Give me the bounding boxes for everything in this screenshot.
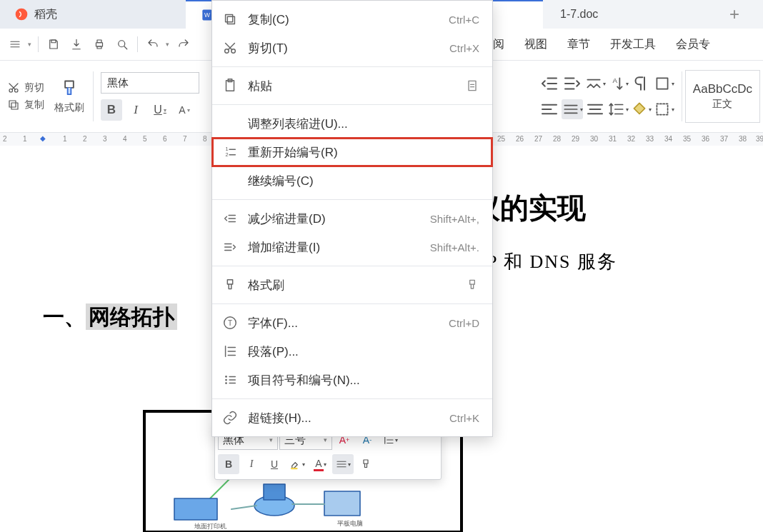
mini-bold[interactable]: B [218, 454, 239, 474]
copy-button[interactable]: 复制 [7, 99, 44, 111]
align-distribute-button[interactable] [584, 99, 606, 119]
svg-line-15 [9, 84, 15, 89]
restart-number-icon: 12 [222, 144, 238, 160]
mini-brush[interactable] [355, 454, 376, 474]
mini-underline[interactable]: U [264, 454, 285, 474]
more-font-button[interactable]: A▾ [174, 99, 195, 121]
ctx-adjust-indent[interactable]: 调整列表缩进(U)... [212, 109, 492, 138]
file-tab-label: 1-7.doc [560, 8, 598, 21]
undo-button[interactable]: ▾ [142, 34, 171, 55]
svg-rect-50 [324, 491, 360, 516]
svg-rect-7 [96, 43, 103, 46]
svg-line-11 [124, 46, 127, 49]
sort-button[interactable]: A▾ [607, 74, 629, 94]
link-icon [222, 410, 238, 426]
ctx-font[interactable]: T 字体(F)... Ctrl+D [212, 308, 492, 337]
redo-button[interactable] [173, 34, 194, 55]
ctx-copy[interactable]: 复制(C) Ctrl+C [212, 5, 492, 34]
indent-marker-icon[interactable]: ◆ [40, 134, 46, 142]
page-border-button[interactable]: ▾ [653, 99, 674, 119]
svg-point-84 [225, 379, 227, 381]
svg-text:T: T [228, 319, 232, 327]
svg-text:平板电脑: 平板电脑 [337, 520, 363, 527]
mini-highlight[interactable]: ▾ [286, 454, 308, 474]
svg-point-10 [119, 41, 125, 47]
svg-point-83 [225, 376, 227, 378]
underline-button[interactable]: U▾ [149, 99, 171, 121]
bold-button[interactable]: B [101, 99, 122, 121]
tab-member[interactable]: 会员专 [676, 37, 710, 52]
ctx-cut[interactable]: 剪切(T) Ctrl+X [212, 34, 492, 62]
align-left-button[interactable] [539, 99, 560, 119]
paragraph-group: ▾ A▾ ▾ ▾ ▾ ▾ ▾ [534, 74, 679, 119]
svg-point-85 [225, 382, 227, 384]
svg-text:A: A [612, 76, 617, 84]
mini-italic[interactable]: I [241, 454, 262, 474]
brush-icon [222, 277, 238, 293]
font-name-select[interactable]: 黑体 [101, 72, 199, 94]
svg-rect-17 [9, 101, 16, 107]
align-justify-button[interactable]: ▾ [562, 99, 583, 119]
svg-rect-8 [97, 40, 101, 43]
svg-rect-46 [174, 498, 217, 520]
shading-button[interactable]: ▾ [630, 99, 652, 119]
menu-dropdown[interactable]: ▾ [4, 34, 34, 55]
svg-line-14 [12, 84, 18, 89]
ctx-decrease-indent[interactable]: 减少缩进量(D) Shift+Alt+, [212, 204, 492, 233]
ctx-continue-numbering[interactable]: 继续编号(C) [212, 166, 492, 195]
cut-button[interactable]: 剪切 [7, 81, 44, 94]
font-group: 黑体 B I U▾ A▾ [96, 72, 204, 121]
cut-icon [222, 40, 238, 56]
increase-indent-icon [222, 239, 238, 255]
svg-rect-18 [65, 81, 74, 88]
ctx-paragraph[interactable]: 段落(P)... [212, 337, 492, 366]
svg-rect-9 [97, 46, 101, 49]
svg-text:2: 2 [226, 151, 229, 158]
ctx-bullets-numbering[interactable]: 项目符号和编号(N)... [212, 366, 492, 394]
ctx-format-brush[interactable]: 格式刷 [212, 271, 492, 299]
style-label: 正文 [712, 98, 732, 111]
mini-font-color[interactable]: A▾ [309, 454, 331, 474]
svg-text:地面打印机: 地面打印机 [194, 523, 226, 530]
svg-rect-42 [657, 104, 667, 114]
new-tab-button[interactable]: + [720, 0, 749, 29]
para-mark-button[interactable] [630, 74, 652, 94]
svg-rect-48 [264, 484, 285, 500]
mini-align[interactable]: ▾ [332, 454, 354, 474]
format-brush-button[interactable]: 格式刷 [49, 79, 90, 114]
border-button[interactable]: ▾ [653, 74, 674, 94]
svg-rect-6 [51, 40, 56, 43]
tab-stops-button[interactable]: ▾ [584, 74, 606, 94]
svg-rect-97 [364, 460, 368, 463]
ribbon-tabs: 审阅 视图 章节 开发工具 会员专 [482, 37, 710, 52]
decrease-indent-icon [222, 211, 238, 226]
ctx-restart-numbering[interactable]: 12 重新开始编号(R) [212, 138, 492, 166]
svg-rect-75 [227, 280, 232, 284]
context-menu: 复制(C) Ctrl+C 剪切(T) Ctrl+X 粘贴 调整列表缩进(U)..… [211, 0, 493, 437]
tab-section[interactable]: 章节 [567, 37, 590, 52]
svg-rect-28 [657, 78, 667, 89]
indent-right-button[interactable] [562, 74, 583, 94]
ctx-paste[interactable]: 粘贴 [212, 71, 492, 100]
svg-text:W: W [204, 11, 210, 19]
bullets-icon [222, 372, 238, 388]
clipboard-group: 剪切 复制 [3, 81, 49, 111]
brush-extra-icon [465, 278, 479, 292]
italic-button[interactable]: I [125, 99, 146, 121]
app-tab[interactable]: 稻壳 [0, 0, 186, 29]
paragraph-icon [222, 343, 238, 359]
style-gallery[interactable]: AaBbCcDc 正文 [685, 70, 760, 123]
font-icon: T [222, 315, 238, 331]
indent-left-button[interactable] [539, 74, 560, 94]
tab-devtools[interactable]: 开发工具 [610, 37, 656, 52]
tab-view[interactable]: 视图 [524, 37, 547, 52]
print-button[interactable] [89, 34, 110, 55]
file-tab[interactable]: 1-7.doc [543, 0, 615, 29]
export-button[interactable] [66, 34, 87, 55]
preview-button[interactable] [111, 34, 133, 55]
save-button[interactable] [43, 34, 64, 55]
ctx-hyperlink[interactable]: 超链接(H)... Ctrl+K [212, 403, 492, 432]
svg-rect-55 [226, 15, 233, 22]
ctx-increase-indent[interactable]: 增加缩进量(I) Shift+Alt+. [212, 233, 492, 261]
line-spacing-button[interactable]: ▾ [607, 99, 629, 119]
